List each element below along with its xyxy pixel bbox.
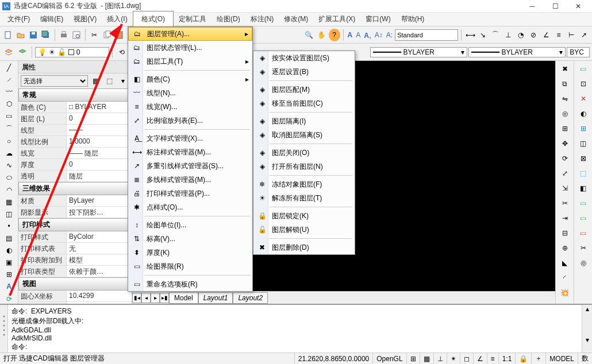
format-menu-item[interactable]: 🗂图层管理(A)...▸ — [128, 27, 252, 41]
table-row[interactable]: 打印表附加到模型 — [18, 254, 132, 266]
saveall-icon[interactable] — [40, 29, 52, 41]
section-view[interactable]: 视图 — [18, 277, 132, 291]
layer-props-icon[interactable] — [2, 46, 15, 59]
cmd-scrollbar[interactable]: ▴▾ — [582, 305, 592, 353]
section-general[interactable]: 常规 — [18, 88, 132, 102]
format-menu-item[interactable]: ↕绘图单位(I)... — [128, 218, 252, 232]
cmd-grip[interactable] — [0, 305, 8, 353]
pan-icon[interactable]: ✋ — [316, 29, 328, 41]
fillet-icon[interactable]: ◜ — [559, 272, 571, 284]
format-menu-item[interactable]: 〰线型(N)... — [128, 86, 252, 100]
layer-submenu-item[interactable]: ◈按实体设置图层(S) — [253, 51, 355, 65]
format-menu-item[interactable]: ⟷标注样式管理器(M)... — [128, 145, 252, 159]
status-plus-icon[interactable]: ＋ — [531, 353, 545, 364]
ellipse-icon[interactable]: ⬭ — [3, 173, 16, 183]
table-row[interactable]: 颜色 (C)□ BYLAYER — [18, 102, 132, 113]
layer-state-icon[interactable] — [16, 46, 29, 59]
point-icon[interactable]: • — [3, 221, 16, 231]
layer-submenu-item[interactable]: ◈取消图层隔离(S) — [253, 128, 355, 142]
r4-icon[interactable]: ◐ — [577, 107, 590, 120]
format-menu-item[interactable]: ⤢比例缩放列表(E)... — [128, 114, 252, 127]
r11-icon[interactable]: ▭ — [577, 212, 590, 224]
status-grid-icon[interactable]: ▦ — [420, 353, 433, 364]
format-menu-item[interactable]: ≡线宽(W)... — [128, 100, 252, 114]
table-row[interactable]: 线宽—— 随层 — [18, 148, 132, 159]
dim-angular-icon[interactable]: ∠ — [540, 29, 552, 41]
tab-model[interactable]: Model — [169, 292, 198, 304]
r9-icon[interactable]: ◧ — [577, 182, 590, 195]
menu-window[interactable]: 窗口(W) — [360, 13, 395, 26]
table-row[interactable]: 图层 (L)0 — [18, 113, 132, 125]
format-menu-item[interactable]: 🗂图层状态管理(L)... — [128, 41, 252, 55]
rectangle-icon[interactable]: ▭ — [3, 111, 16, 121]
menu-view[interactable]: 视图(V) — [68, 13, 102, 26]
status-ortho-icon[interactable]: ⊥ — [433, 353, 447, 364]
extend-icon[interactable]: ⇥ — [559, 212, 571, 224]
layer-submenu-item[interactable]: ☀解冻所有图层(T) — [253, 191, 355, 205]
trim-icon[interactable]: ✂ — [559, 197, 571, 210]
tab-prev-icon[interactable]: ◂ — [141, 293, 151, 303]
format-menu-item[interactable]: 🖨打印样式管理器(P)... — [128, 187, 252, 200]
selection-dropdown[interactable]: 无选择 — [21, 75, 88, 87]
menu-insert[interactable]: 插入(I) — [102, 13, 132, 26]
layer-prev-icon[interactable]: ⟲ — [116, 46, 128, 59]
text-a2-icon[interactable]: A — [355, 31, 362, 39]
insert-icon[interactable]: ▦ — [3, 197, 16, 207]
layer-submenu-item[interactable]: ◈图层匹配(M) — [253, 83, 355, 96]
xline-icon[interactable]: ⟋ — [3, 75, 16, 84]
table-row[interactable]: 材质ByLayer — [18, 195, 132, 207]
layer-submenu-item[interactable]: ◈移至当前图层(C) — [253, 96, 355, 110]
polyline-icon[interactable]: 〰 — [3, 87, 16, 96]
menu-edit[interactable]: 编辑(E) — [35, 13, 68, 26]
ellipsearc-icon[interactable]: ◠ — [3, 185, 16, 195]
format-menu-item[interactable]: 🗂图层工具(T)▸ — [128, 55, 252, 68]
revcloud-icon[interactable]: ☁ — [3, 149, 16, 158]
polygon-icon[interactable]: ⬡ — [3, 99, 16, 109]
paste-icon[interactable] — [114, 29, 125, 41]
color-dropdown[interactable]: BYC — [567, 47, 590, 57]
menu-custom-tools[interactable]: 定制工具 — [174, 13, 212, 26]
layer-submenu-item[interactable]: 🔓图层解锁(U) — [253, 223, 355, 237]
select-objects-icon[interactable]: ⬚ — [103, 75, 116, 87]
stretch-icon[interactable]: ⇲ — [559, 182, 571, 195]
r3-icon[interactable]: ✕ — [577, 92, 590, 105]
quick-select-icon[interactable]: ▦ — [89, 75, 102, 87]
dim-diameter-icon[interactable]: ⊘ — [528, 29, 539, 41]
layer-submenu-item[interactable]: ❄冻结对象图层(F) — [253, 177, 355, 191]
table-row[interactable]: 圆心Y坐标4.5000 — [18, 302, 132, 304]
layer-submenu-item[interactable]: ◈图层隔离(I) — [253, 114, 355, 128]
menu-modify[interactable]: 修改(M) — [279, 13, 313, 26]
rotate-icon[interactable]: ⟳ — [559, 152, 571, 165]
menu-help[interactable]: 帮助(H) — [396, 13, 430, 26]
layer-submenu-item[interactable]: ◈逐层设置(B) — [253, 65, 355, 79]
status-opengl[interactable]: OpenGL — [372, 353, 406, 364]
text-a1-icon[interactable]: A — [347, 31, 354, 39]
text-style-select[interactable] — [395, 29, 458, 41]
section-plot[interactable]: 打印样式 — [18, 218, 132, 231]
format-menu-item[interactable]: ◧颜色(C)▸ — [128, 72, 252, 86]
text-a4-icon[interactable]: A↕ — [374, 31, 384, 39]
new-icon[interactable] — [2, 29, 14, 41]
status-lock-icon[interactable]: 🔒 — [515, 353, 531, 364]
table-row[interactable]: 透明随层 — [18, 171, 132, 182]
dim-baseline-icon[interactable]: ≡ — [553, 29, 564, 41]
dim-leader-icon[interactable]: ↗ — [578, 29, 590, 41]
table-row[interactable]: 圆心X坐标10.4299 — [18, 291, 132, 302]
section-3d[interactable]: 三维效果 — [18, 182, 132, 195]
layer-submenu-item[interactable]: ✖图层删除(D) — [253, 241, 355, 254]
chamfer-icon[interactable]: ◣ — [559, 257, 571, 269]
cut-icon[interactable]: ✂ — [89, 29, 100, 41]
mtext-icon[interactable]: A — [3, 282, 16, 292]
format-menu-item[interactable]: ✱点样式(O)... — [128, 200, 252, 214]
maximize-button[interactable]: ☐ — [544, 0, 567, 13]
r5-icon[interactable]: ⊞ — [577, 122, 590, 135]
menu-ext-tools[interactable]: 扩展工具(X) — [313, 13, 360, 26]
save-icon[interactable] — [28, 29, 39, 41]
r8-icon[interactable]: ⬚ — [577, 167, 590, 180]
status-polar-icon[interactable]: ✴ — [447, 353, 460, 364]
print-icon[interactable] — [58, 29, 70, 41]
status-lwt-icon[interactable]: ≡ — [487, 353, 498, 364]
table-row[interactable]: 线型比例1.0000 — [18, 136, 132, 148]
erase-icon[interactable]: ✖ — [559, 63, 571, 75]
menu-draw[interactable]: 绘图(D) — [212, 13, 245, 26]
